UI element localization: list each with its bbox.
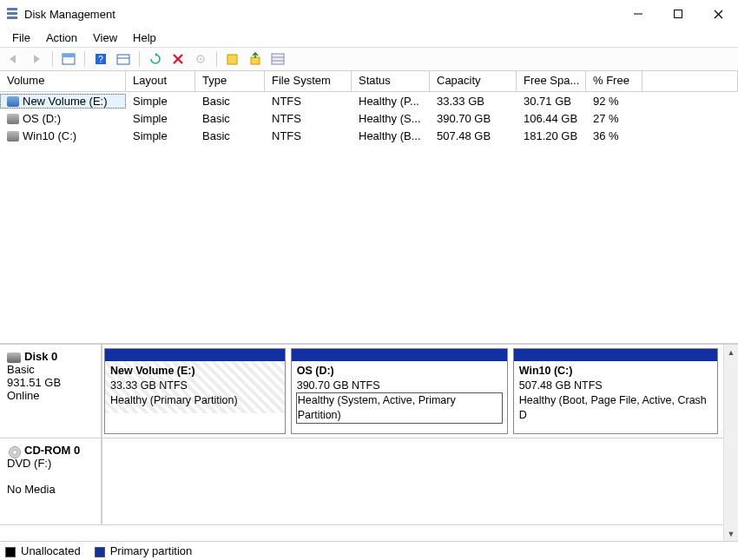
volume-list-header: Volume Layout Type File System Status Ca… (0, 71, 738, 92)
volume-row[interactable]: OS (D:)SimpleBasicNTFSHealthy (S...390.7… (0, 109, 738, 127)
new-volume-icon (226, 53, 240, 65)
refresh-button[interactable] (145, 49, 166, 69)
menu-action[interactable]: Action (39, 30, 84, 46)
partition-size: 390.70 GB NTFS (297, 379, 502, 393)
volume-icon (7, 96, 19, 107)
partition-area (102, 438, 723, 524)
cell: Basic (195, 111, 265, 126)
cell: OS (D:) (0, 111, 126, 126)
col-layout[interactable]: Layout (126, 71, 195, 91)
scrollbar-track[interactable] (724, 359, 738, 526)
partition-block[interactable]: New Volume (E:) 33.33 GB NTFS Healthy (P… (104, 348, 286, 434)
partition-title: OS (D:) (297, 364, 502, 379)
new-volume-button[interactable] (222, 49, 243, 69)
device-info-line: Online (7, 389, 94, 402)
partition-status: Healthy (Boot, Page File, Active, Crash … (519, 393, 712, 423)
partition-status: Healthy (Primary Partition) (110, 393, 280, 408)
minimize-icon (634, 10, 642, 18)
volume-icon (7, 114, 19, 124)
menu-help[interactable]: Help (126, 30, 163, 46)
volume-list-body[interactable]: New Volume (E:)SimpleBasicNTFSHealthy (P… (0, 92, 738, 343)
partition-size: 33.33 GB NTFS (110, 379, 280, 393)
disk-row: Disk 0Basic931.51 GBOnline New Volume (E… (0, 345, 723, 438)
gear-icon (194, 53, 208, 65)
svg-rect-8 (117, 55, 129, 64)
legend-item: Unallocated (5, 544, 81, 557)
cell: 390.70 GB (430, 111, 517, 126)
cell: 27 % (586, 111, 642, 126)
show-hide-button[interactable] (58, 49, 79, 69)
disk-graphic-pane: Disk 0Basic931.51 GBOnline New Volume (E… (0, 345, 738, 541)
col-pct-free[interactable]: % Free (586, 71, 642, 91)
svg-rect-15 (251, 57, 260, 64)
col-empty[interactable] (642, 71, 738, 91)
toolbar-separator (139, 51, 140, 67)
device-header[interactable]: CD-ROM 0DVD (F:) No Media (0, 438, 102, 524)
settings-button[interactable] (113, 49, 134, 69)
volume-row[interactable]: Win10 (C:)SimpleBasicNTFSHealthy (B...50… (0, 127, 738, 144)
col-filesystem[interactable]: File System (265, 71, 352, 91)
menu-view[interactable]: View (86, 30, 124, 46)
col-free-space[interactable]: Free Spa... (517, 71, 586, 91)
title-bar: Disk Management (0, 0, 738, 28)
maximize-icon (674, 10, 682, 18)
cell: 36 % (586, 128, 642, 143)
volume-icon (7, 131, 19, 142)
cell: Healthy (S... (352, 111, 430, 126)
volume-row[interactable]: New Volume (E:)SimpleBasicNTFSHealthy (P… (0, 92, 738, 109)
device-name: CD-ROM 0 (24, 444, 80, 457)
rescan-button[interactable] (190, 49, 211, 69)
toolbar-separator (52, 51, 53, 67)
partition-block[interactable]: OS (D:) 390.70 GB NTFS Healthy (System, … (291, 348, 508, 434)
disk-row: CD-ROM 0DVD (F:) No Media (0, 438, 723, 525)
col-status[interactable]: Status (352, 71, 430, 91)
cell: New Volume (E:) (0, 94, 126, 109)
svg-point-13 (200, 58, 202, 61)
device-info-line: 931.51 GB (7, 376, 94, 389)
vertical-scrollbar[interactable]: ▲ ▼ (723, 345, 738, 541)
partition-status: Healthy (System, Active, Primary Partiti… (297, 393, 502, 423)
export-icon (248, 52, 262, 66)
properties-button[interactable] (267, 49, 288, 69)
col-volume[interactable]: Volume (0, 71, 126, 91)
properties-icon (271, 53, 285, 65)
menu-bar: FileActionViewHelp (0, 28, 738, 47)
menu-file[interactable]: File (5, 30, 37, 46)
legend-label: Primary partition (110, 544, 193, 557)
export-button[interactable] (245, 49, 266, 69)
forward-button[interactable] (26, 49, 47, 69)
legend-label: Unallocated (21, 544, 81, 557)
volume-list-pane: Volume Layout Type File System Status Ca… (0, 71, 738, 345)
scroll-up-button[interactable]: ▲ (724, 345, 738, 359)
col-type[interactable]: Type (195, 71, 265, 91)
help-icon: ? (94, 52, 108, 66)
toolbar: ? (0, 47, 738, 71)
calendar-icon (116, 53, 130, 65)
maximize-button[interactable] (658, 0, 698, 28)
device-header[interactable]: Disk 0Basic931.51 GBOnline (0, 345, 102, 438)
minimize-button[interactable] (618, 0, 658, 28)
help-button[interactable]: ? (90, 49, 111, 69)
table-icon (62, 53, 76, 65)
cdrom-icon (7, 446, 21, 457)
delete-x-icon (172, 53, 184, 65)
partition-block[interactable]: Win10 (C:) 507.48 GB NTFS Healthy (Boot,… (513, 348, 718, 434)
forward-arrow-icon (30, 53, 43, 65)
delete-button[interactable] (168, 49, 188, 69)
cell: 181.20 GB (517, 128, 586, 143)
col-capacity[interactable]: Capacity (430, 71, 517, 91)
svg-text:?: ? (98, 55, 103, 64)
svg-rect-16 (272, 54, 284, 64)
disk-icon (7, 352, 21, 363)
toolbar-separator (216, 51, 217, 67)
cell: NTFS (265, 128, 352, 143)
cell: NTFS (265, 94, 352, 109)
partition-area: New Volume (E:) 33.33 GB NTFS Healthy (P… (102, 345, 723, 438)
scroll-down-button[interactable]: ▼ (724, 526, 738, 541)
close-button[interactable] (698, 0, 738, 28)
window-controls (618, 0, 738, 28)
partition-header-bar (105, 349, 285, 361)
back-button[interactable] (3, 49, 24, 69)
refresh-icon (148, 52, 162, 66)
cell: Healthy (P... (352, 94, 430, 109)
